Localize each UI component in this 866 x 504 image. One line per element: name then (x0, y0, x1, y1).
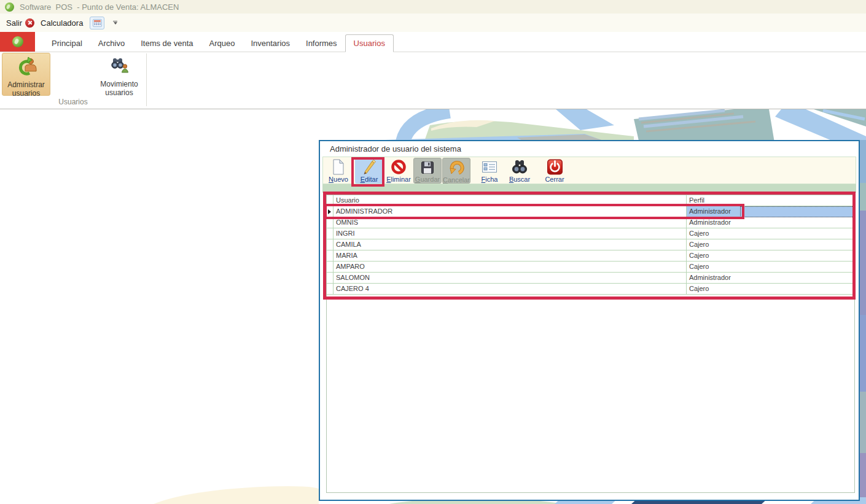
grid-header-row: Usuario Perfil (327, 195, 854, 206)
cell-perfil[interactable]: Cajero (687, 262, 854, 272)
salir-icon (25, 18, 34, 28)
column-header-usuario[interactable]: Usuario (334, 195, 687, 206)
cell-usuario[interactable]: INGRI (334, 228, 687, 239)
cell-perfil[interactable]: Cajero (687, 228, 854, 239)
users-grid: Usuario Perfil ADMINISTRADOR Administrad… (326, 195, 855, 493)
toolbar-green-strip (322, 184, 856, 193)
table-row-amparo[interactable]: AMPARO Cajero (327, 262, 854, 273)
cell-perfil[interactable]: Cajero (687, 284, 854, 294)
app-window: Software POS - Punto de Venta: ALMACEN S… (0, 0, 866, 504)
guardar-button[interactable]: Guardar (413, 158, 442, 184)
file-menu-button[interactable] (0, 32, 35, 52)
selection-focus-rect (740, 206, 854, 217)
tab-arqueo[interactable]: Arqueo (201, 36, 243, 52)
cell-usuario[interactable]: MARIA (334, 250, 687, 261)
cell-perfil[interactable]: Administrador (687, 273, 854, 283)
cancelar-button[interactable]: Cancelar (442, 158, 470, 184)
cell-usuario[interactable]: ADMINISTRADOR (334, 206, 687, 217)
table-row-camila[interactable]: CAMILA Cajero (327, 239, 854, 250)
cell-perfil[interactable]: Administrador (687, 217, 854, 228)
cell-perfil[interactable]: Cajero (687, 250, 854, 261)
table-row-maria[interactable]: MARIA Cajero (327, 250, 854, 262)
table-row-cajero4[interactable]: CAJERO 4 Cajero (327, 284, 854, 295)
nuevo-button[interactable]: Nuevo (324, 158, 353, 184)
tab-items-de-venta[interactable]: Items de venta (133, 36, 201, 52)
cell-usuario[interactable]: CAMILA (334, 239, 687, 250)
cell-usuario[interactable]: OMNIS (334, 217, 687, 228)
cerrar-icon (546, 159, 563, 175)
table-row-ingri[interactable]: INGRI Cajero (327, 228, 854, 239)
eliminar-button[interactable]: Eliminar (384, 158, 413, 184)
eliminar-icon (390, 159, 407, 175)
movimiento-usuarios-label-line2: usuarios (105, 88, 133, 97)
tab-inventarios[interactable]: Inventarios (243, 36, 298, 52)
movimiento-usuarios-label-line1: Movimiento (100, 80, 138, 88)
title-bar: Software POS - Punto de Venta: ALMACEN (0, 0, 866, 14)
ribbon-tab-bar: Principal Archivo Items de venta Arqueo … (0, 32, 866, 52)
editar-icon (361, 159, 378, 175)
cerrar-button[interactable]: Cerrar (540, 158, 569, 184)
nuevo-icon (330, 159, 347, 175)
quick-access-toolbar: Salir Calculadora (0, 14, 866, 32)
administrar-usuarios-label-line1: Administrar (7, 80, 45, 89)
qat-customize-icon (113, 21, 117, 22)
cell-usuario[interactable]: SALOMON (334, 273, 687, 283)
cell-usuario[interactable]: AMPARO (334, 262, 687, 272)
column-header-perfil[interactable]: Perfil (687, 195, 854, 206)
workspace: Administrador de usuario del sistema Nue… (0, 109, 866, 504)
administrar-usuarios-label-line2: usuarios (12, 89, 40, 98)
table-row-salomon[interactable]: SALOMON Administrador (327, 273, 854, 284)
app-logo-icon (12, 36, 23, 47)
dialog-toolbar: Nuevo Editar (322, 157, 856, 184)
app-icon (5, 2, 14, 12)
buscar-icon (511, 159, 528, 175)
salir-button[interactable]: Salir (6, 18, 34, 28)
cell-usuario[interactable]: CAJERO 4 (334, 284, 687, 294)
qat-customize-button[interactable] (113, 21, 117, 25)
ficha-button[interactable]: Ficha (475, 158, 504, 184)
movimiento-usuarios-button[interactable]: Movimiento usuarios (92, 53, 147, 96)
table-row-omnis[interactable]: OMNIS Administrador (327, 217, 854, 228)
calculadora-icon (90, 17, 104, 29)
administrar-usuarios-button[interactable]: Administrar usuarios (2, 53, 50, 96)
calculadora-label: Calculadora (41, 18, 83, 28)
tab-principal[interactable]: Principal (44, 36, 90, 52)
salir-label: Salir (6, 18, 22, 28)
movimiento-usuarios-icon (109, 56, 130, 78)
ficha-icon (481, 159, 498, 175)
admin-users-icon (16, 56, 37, 79)
guardar-icon (419, 160, 436, 175)
ribbon-content: Administrar usuarios Movimien (0, 52, 866, 109)
ribbon-group-separator (146, 53, 147, 106)
header-indicator-cell (327, 195, 334, 206)
cell-perfil[interactable]: Cajero (687, 239, 854, 250)
row-indicator-icon (327, 206, 334, 217)
tab-usuarios[interactable]: Usuarios (345, 34, 394, 52)
buscar-button[interactable]: Buscar (505, 158, 534, 184)
ribbon-group-label: Usuarios (0, 98, 146, 106)
window-title: Software POS - Punto de Venta: ALMACEN (20, 2, 179, 12)
tab-archivo[interactable]: Archivo (90, 36, 133, 52)
cancelar-icon (448, 160, 465, 176)
dialog-title: Administrador de usuario del sistema (330, 141, 461, 157)
editar-button[interactable]: Editar (355, 158, 383, 184)
user-admin-dialog: Administrador de usuario del sistema Nue… (319, 140, 860, 501)
tab-informes[interactable]: Informes (298, 36, 345, 52)
calculadora-button[interactable]: Calculadora (41, 17, 104, 29)
